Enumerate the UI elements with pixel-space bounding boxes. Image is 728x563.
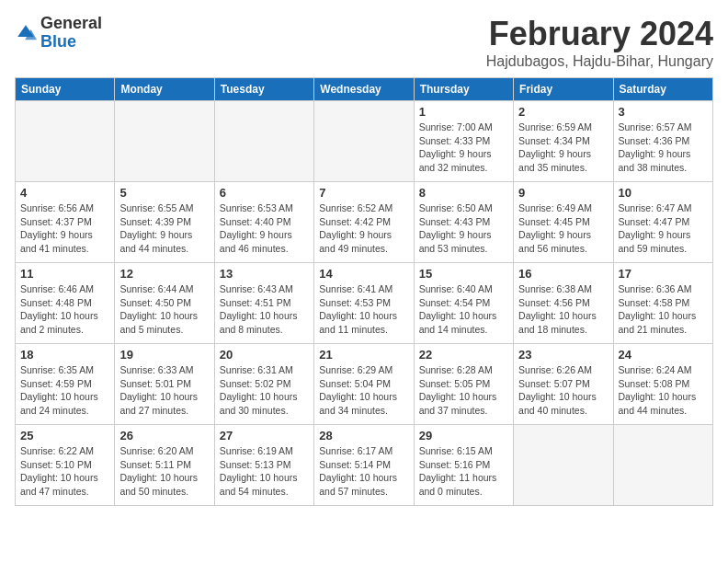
day-info: Sunrise: 6:22 AM Sunset: 5:10 PM Dayligh… [20, 444, 109, 499]
calendar-cell: 8Sunrise: 6:50 AM Sunset: 4:43 PM Daylig… [414, 182, 513, 263]
calendar-cell: 10Sunrise: 6:47 AM Sunset: 4:47 PM Dayli… [613, 182, 712, 263]
page-header: General Blue February 2024 Hajdubagos, H… [15, 15, 713, 70]
calendar-cell: 20Sunrise: 6:31 AM Sunset: 5:02 PM Dayli… [214, 344, 313, 425]
calendar-cell: 16Sunrise: 6:38 AM Sunset: 4:56 PM Dayli… [514, 263, 613, 344]
calendar-cell: 27Sunrise: 6:19 AM Sunset: 5:13 PM Dayli… [214, 425, 313, 506]
weekday-header: Saturday [613, 78, 712, 101]
week-row: 4Sunrise: 6:56 AM Sunset: 4:37 PM Daylig… [16, 182, 713, 263]
calendar-cell: 9Sunrise: 6:49 AM Sunset: 4:45 PM Daylig… [514, 182, 613, 263]
day-number: 28 [319, 429, 408, 442]
day-info: Sunrise: 6:40 AM Sunset: 4:54 PM Dayligh… [419, 282, 508, 337]
day-number: 18 [20, 348, 109, 362]
day-info: Sunrise: 6:53 AM Sunset: 4:40 PM Dayligh… [220, 201, 309, 256]
calendar-cell: 5Sunrise: 6:55 AM Sunset: 4:39 PM Daylig… [115, 182, 214, 263]
day-number: 11 [20, 267, 109, 281]
day-number: 20 [220, 348, 309, 362]
day-number: 14 [319, 267, 408, 281]
calendar-cell: 1Sunrise: 7:00 AM Sunset: 4:33 PM Daylig… [414, 101, 513, 182]
calendar-cell [514, 425, 613, 506]
calendar-cell: 26Sunrise: 6:20 AM Sunset: 5:11 PM Dayli… [115, 425, 214, 506]
day-info: Sunrise: 6:29 AM Sunset: 5:04 PM Dayligh… [319, 363, 408, 418]
week-row: 1Sunrise: 7:00 AM Sunset: 4:33 PM Daylig… [16, 101, 713, 182]
day-info: Sunrise: 6:49 AM Sunset: 4:45 PM Dayligh… [518, 201, 608, 256]
day-info: Sunrise: 6:55 AM Sunset: 4:39 PM Dayligh… [119, 201, 209, 256]
day-info: Sunrise: 6:59 AM Sunset: 4:34 PM Dayligh… [518, 121, 608, 175]
day-number: 19 [119, 348, 209, 362]
day-info: Sunrise: 6:38 AM Sunset: 4:56 PM Dayligh… [518, 282, 608, 337]
logo: General Blue [15, 15, 102, 52]
day-number: 5 [119, 186, 209, 200]
day-info: Sunrise: 6:33 AM Sunset: 5:01 PM Dayligh… [119, 363, 209, 418]
calendar-cell: 23Sunrise: 6:26 AM Sunset: 5:07 PM Dayli… [514, 344, 613, 425]
logo-blue: Blue [40, 33, 102, 52]
day-number: 13 [220, 267, 309, 281]
calendar-cell: 12Sunrise: 6:44 AM Sunset: 4:50 PM Dayli… [115, 263, 214, 344]
day-number: 21 [319, 348, 408, 362]
calendar-cell [115, 101, 214, 182]
day-info: Sunrise: 6:50 AM Sunset: 4:43 PM Dayligh… [419, 201, 508, 256]
day-number: 8 [419, 186, 508, 200]
title-area: February 2024 Hajdubagos, Hajdu-Bihar, H… [486, 15, 713, 70]
weekday-header: Thursday [414, 78, 513, 101]
calendar-cell: 17Sunrise: 6:36 AM Sunset: 4:58 PM Dayli… [613, 263, 712, 344]
day-info: Sunrise: 6:28 AM Sunset: 5:05 PM Dayligh… [419, 363, 508, 418]
weekday-header: Friday [514, 78, 613, 101]
day-number: 16 [518, 267, 608, 281]
calendar-cell: 14Sunrise: 6:41 AM Sunset: 4:53 PM Dayli… [314, 263, 414, 344]
day-number: 1 [419, 105, 508, 119]
calendar-cell [613, 425, 712, 506]
day-number: 10 [619, 186, 708, 200]
day-info: Sunrise: 6:43 AM Sunset: 4:51 PM Dayligh… [220, 282, 309, 337]
day-info: Sunrise: 6:57 AM Sunset: 4:36 PM Dayligh… [619, 121, 708, 175]
day-number: 23 [518, 348, 608, 362]
day-number: 25 [20, 429, 109, 442]
calendar-cell: 25Sunrise: 6:22 AM Sunset: 5:10 PM Dayli… [16, 425, 115, 506]
calendar-cell: 29Sunrise: 6:15 AM Sunset: 5:16 PM Dayli… [414, 425, 513, 506]
day-info: Sunrise: 6:56 AM Sunset: 4:37 PM Dayligh… [20, 201, 109, 256]
weekday-header-row: SundayMondayTuesdayWednesdayThursdayFrid… [16, 78, 713, 101]
day-info: Sunrise: 6:47 AM Sunset: 4:47 PM Dayligh… [619, 201, 708, 256]
location-title: Hajdubagos, Hajdu-Bihar, Hungary [486, 53, 713, 70]
day-info: Sunrise: 6:52 AM Sunset: 4:42 PM Dayligh… [319, 201, 408, 256]
calendar-cell [314, 101, 414, 182]
day-number: 2 [518, 105, 608, 119]
day-info: Sunrise: 6:36 AM Sunset: 4:58 PM Dayligh… [619, 282, 708, 337]
day-number: 7 [319, 186, 408, 200]
day-number: 17 [619, 267, 708, 281]
calendar-cell: 21Sunrise: 6:29 AM Sunset: 5:04 PM Dayli… [314, 344, 414, 425]
calendar-cell: 22Sunrise: 6:28 AM Sunset: 5:05 PM Dayli… [414, 344, 513, 425]
calendar-cell: 15Sunrise: 6:40 AM Sunset: 4:54 PM Dayli… [414, 263, 513, 344]
weekday-header: Sunday [16, 78, 115, 101]
day-info: Sunrise: 6:19 AM Sunset: 5:13 PM Dayligh… [220, 444, 309, 499]
calendar-cell: 11Sunrise: 6:46 AM Sunset: 4:48 PM Dayli… [16, 263, 115, 344]
month-title: February 2024 [486, 15, 713, 53]
day-number: 29 [419, 429, 508, 442]
calendar-cell: 7Sunrise: 6:52 AM Sunset: 4:42 PM Daylig… [314, 182, 414, 263]
day-info: Sunrise: 6:41 AM Sunset: 4:53 PM Dayligh… [319, 282, 408, 337]
day-number: 15 [419, 267, 508, 281]
logo-text: General Blue [40, 15, 102, 52]
logo-icon [15, 22, 37, 44]
day-info: Sunrise: 7:00 AM Sunset: 4:33 PM Dayligh… [419, 121, 508, 175]
day-number: 22 [419, 348, 508, 362]
calendar-cell: 4Sunrise: 6:56 AM Sunset: 4:37 PM Daylig… [16, 182, 115, 263]
day-number: 9 [518, 186, 608, 200]
day-number: 12 [119, 267, 209, 281]
calendar-cell [16, 101, 115, 182]
calendar-cell: 19Sunrise: 6:33 AM Sunset: 5:01 PM Dayli… [115, 344, 214, 425]
calendar-cell: 24Sunrise: 6:24 AM Sunset: 5:08 PM Dayli… [613, 344, 712, 425]
day-info: Sunrise: 6:31 AM Sunset: 5:02 PM Dayligh… [220, 363, 309, 418]
day-info: Sunrise: 6:35 AM Sunset: 4:59 PM Dayligh… [20, 363, 109, 418]
calendar-cell: 3Sunrise: 6:57 AM Sunset: 4:36 PM Daylig… [613, 101, 712, 182]
day-info: Sunrise: 6:15 AM Sunset: 5:16 PM Dayligh… [419, 444, 508, 499]
calendar-cell: 2Sunrise: 6:59 AM Sunset: 4:34 PM Daylig… [514, 101, 613, 182]
weekday-header: Monday [115, 78, 214, 101]
day-info: Sunrise: 6:26 AM Sunset: 5:07 PM Dayligh… [518, 363, 608, 418]
day-number: 24 [619, 348, 708, 362]
day-info: Sunrise: 6:20 AM Sunset: 5:11 PM Dayligh… [119, 444, 209, 499]
day-info: Sunrise: 6:44 AM Sunset: 4:50 PM Dayligh… [119, 282, 209, 337]
week-row: 18Sunrise: 6:35 AM Sunset: 4:59 PM Dayli… [16, 344, 713, 425]
day-info: Sunrise: 6:24 AM Sunset: 5:08 PM Dayligh… [619, 363, 708, 418]
weekday-header: Wednesday [314, 78, 414, 101]
calendar-cell: 28Sunrise: 6:17 AM Sunset: 5:14 PM Dayli… [314, 425, 414, 506]
